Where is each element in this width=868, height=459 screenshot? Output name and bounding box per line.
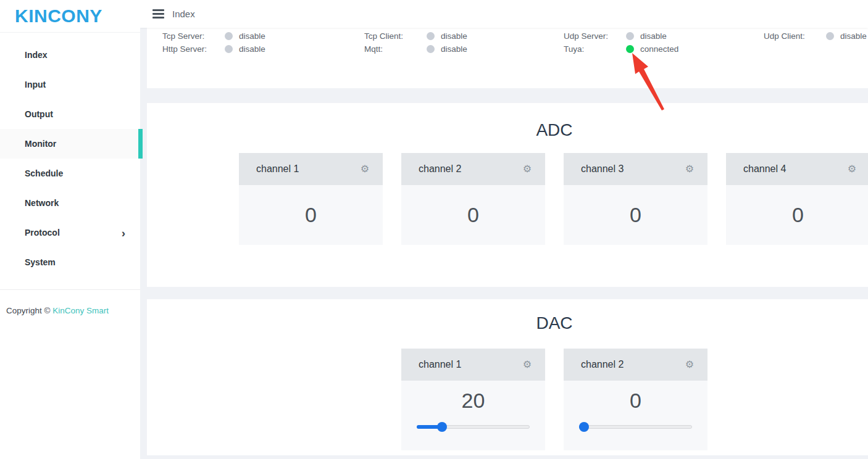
- sidebar-item-network[interactable]: Network: [0, 188, 140, 218]
- channel-card-header: channel 1 ⚙: [239, 153, 383, 185]
- sidebar-item-monitor[interactable]: Monitor: [0, 129, 140, 159]
- status-value: disable: [640, 31, 667, 41]
- channel-label: channel 4: [743, 163, 786, 175]
- kincony-smart-link[interactable]: KinCony Smart: [52, 306, 109, 315]
- status-tcp-client: Tcp Client: disable: [364, 30, 564, 43]
- status-value: disable: [441, 44, 467, 54]
- breadcrumb: Index: [172, 9, 195, 19]
- sidebar-item-protocol[interactable]: Protocol ›: [0, 218, 140, 247]
- channel-value: 0: [305, 203, 317, 227]
- channel-value: 0: [792, 203, 804, 227]
- sidebar-item-input[interactable]: Input: [0, 70, 140, 99]
- dac-channel-1-slider[interactable]: [417, 422, 530, 432]
- status-dot-icon: [225, 32, 233, 40]
- sidebar-item-label: System: [25, 257, 56, 267]
- status-label: Http Server:: [162, 44, 225, 54]
- status-dot-icon: [225, 45, 233, 53]
- channel-label: channel 2: [419, 163, 461, 175]
- gear-icon[interactable]: ⚙: [361, 164, 369, 174]
- sidebar: KINCONY Index Input Output Monitor Sched…: [0, 0, 140, 459]
- status-label: Mqtt:: [364, 44, 427, 54]
- status-dot-icon: [427, 45, 435, 53]
- status-label: Tcp Client:: [364, 31, 427, 41]
- channel-card-body: 0: [239, 185, 383, 245]
- status-value: connected: [640, 44, 678, 54]
- connection-status-panel: Tcp Server: disable Http Server: disable…: [147, 28, 868, 88]
- adc-cards-row: channel 1 ⚙ 0 channel 2 ⚙ 0: [147, 153, 868, 245]
- adc-channel-1-card: channel 1 ⚙ 0: [239, 153, 383, 245]
- gear-icon[interactable]: ⚙: [523, 164, 532, 174]
- dac-channel-2-slider[interactable]: [579, 422, 692, 432]
- adc-channel-2-card: channel 2 ⚙ 0: [401, 153, 545, 245]
- status-column: Udp Server: disable Tuya: connected: [564, 30, 764, 88]
- sidebar-item-label: Network: [25, 198, 59, 208]
- panels-container: Tcp Server: disable Http Server: disable…: [147, 28, 868, 455]
- status-dot-icon: [427, 32, 435, 40]
- status-column: Udp Client: disable: [764, 30, 867, 88]
- kincony-logo: KINCONY: [0, 0, 140, 32]
- channel-value: 0: [467, 203, 479, 227]
- adc-panel-title: ADC: [147, 120, 868, 141]
- sidebar-item-label: Output: [25, 109, 53, 119]
- slider-track: [579, 425, 692, 429]
- channel-card-body: 0: [564, 185, 707, 245]
- adc-channel-3-card: channel 3 ⚙ 0: [564, 153, 707, 245]
- hamburger-bar: [152, 13, 164, 15]
- gear-icon[interactable]: ⚙: [685, 164, 694, 174]
- channel-card-body: 0: [401, 185, 545, 245]
- hamburger-bar: [152, 17, 164, 19]
- copyright: Copyright © KinCony Smart: [0, 306, 140, 315]
- status-label: Tcp Server:: [162, 31, 225, 41]
- kincony-logo-text: KINCONY: [15, 6, 102, 27]
- sidebar-item-index[interactable]: Index: [0, 40, 140, 70]
- status-column: Tcp Client: disable Mqtt: disable: [364, 30, 564, 88]
- dac-panel: DAC channel 1 ⚙ 20: [147, 299, 868, 455]
- status-tcp-server: Tcp Server: disable: [162, 30, 364, 43]
- sidebar-item-label: Input: [25, 80, 46, 89]
- status-label: Udp Client:: [764, 31, 826, 41]
- dac-channel-1-card: channel 1 ⚙ 20: [401, 349, 545, 450]
- channel-value: 0: [630, 203, 641, 227]
- status-value: disable: [239, 31, 265, 41]
- channel-value: 0: [564, 386, 707, 415]
- sidebar-item-label: Monitor: [25, 139, 56, 149]
- sidebar-item-schedule[interactable]: Schedule: [0, 159, 140, 188]
- adc-channel-4-card: channel 4 ⚙ 0: [726, 153, 868, 245]
- sidebar-item-label: Protocol: [25, 228, 60, 238]
- status-udp-client: Udp Client: disable: [764, 30, 867, 43]
- menu-toggle-button[interactable]: [152, 9, 164, 19]
- status-dot-icon: [626, 32, 634, 40]
- channel-card-body: 0: [564, 381, 707, 450]
- channel-card-header: channel 4 ⚙: [726, 153, 868, 185]
- status-label: Udp Server:: [564, 31, 626, 41]
- slider-thumb[interactable]: [579, 422, 589, 432]
- sidebar-item-output[interactable]: Output: [0, 99, 140, 129]
- sidebar-item-label: Index: [25, 50, 48, 60]
- gear-icon[interactable]: ⚙: [523, 360, 532, 370]
- sidebar-item-system[interactable]: System: [0, 247, 140, 277]
- main-content: Index Tcp Server: disable Http Server: d…: [140, 0, 868, 459]
- slider-thumb[interactable]: [437, 422, 447, 432]
- channel-card-header: channel 2 ⚙: [401, 153, 545, 185]
- status-value: disable: [441, 31, 467, 41]
- gear-icon[interactable]: ⚙: [685, 360, 694, 370]
- chevron-right-icon: ›: [122, 227, 125, 239]
- status-tuya: Tuya: connected: [564, 43, 764, 56]
- status-label: Tuya:: [564, 44, 626, 54]
- channel-card-header: channel 3 ⚙: [564, 153, 707, 185]
- channel-card-body: 20: [401, 381, 545, 450]
- gear-icon[interactable]: ⚙: [848, 164, 856, 174]
- sidebar-divider: [0, 289, 140, 290]
- topbar: Index: [140, 0, 868, 28]
- dac-cards-row: channel 1 ⚙ 20 channel 2: [147, 349, 868, 450]
- adc-panel: ADC channel 1 ⚙ 0 channel 2 ⚙: [147, 103, 868, 287]
- status-mqtt: Mqtt: disable: [364, 43, 564, 56]
- status-value: disable: [840, 31, 867, 41]
- dac-channel-2-card: channel 2 ⚙ 0: [564, 349, 707, 450]
- hamburger-bar: [152, 9, 164, 11]
- status-dot-icon: [826, 32, 834, 40]
- channel-label: channel 1: [419, 359, 461, 370]
- status-value: disable: [239, 44, 265, 54]
- channel-card-body: 0: [726, 185, 868, 245]
- dac-panel-title: DAC: [147, 313, 868, 334]
